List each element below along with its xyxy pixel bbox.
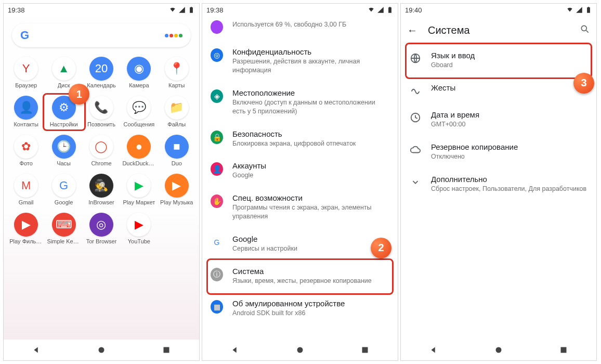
app-label: DuckDuckGo (122, 160, 155, 166)
status-icons (368, 6, 394, 14)
search-icon[interactable] (580, 24, 590, 37)
status-bar: 19:40 (401, 4, 596, 16)
settings-item[interactable]: ◈МестоположениеВключено (доступ к данным… (202, 82, 398, 123)
system-item-subtitle: Отключено (431, 152, 587, 161)
svg-point-2 (297, 347, 303, 353)
app-файлы[interactable]: 📁Файлы (159, 96, 195, 127)
nav-home-button[interactable] (96, 344, 107, 356)
battery-icon (585, 6, 592, 14)
app-play маркет[interactable]: ▶Play Маркет (121, 174, 157, 205)
clock: 19:38 (8, 6, 25, 14)
system-item[interactable]: Дата и времяGMT+00:00 (401, 103, 596, 136)
settings-item[interactable]: ✋Спец. возможностиПрограммы чтения с экр… (202, 187, 398, 228)
app-icon: 📞 (89, 96, 113, 120)
svg-point-0 (98, 347, 104, 353)
apps-grid: YБраузер▲Диск20Календарь◉Камера📍Карты👤Ко… (6, 57, 197, 244)
app-label: YouTube (128, 238, 150, 244)
app-фото[interactable]: ✿Фото (8, 135, 44, 166)
svg-rect-3 (362, 347, 368, 353)
app-часы[interactable]: 🕒Часы (45, 135, 82, 166)
app-браузер[interactable]: YБраузер (8, 57, 44, 88)
app-сообщения[interactable]: 💬Сообщения (121, 96, 157, 127)
app-label: Камера (129, 82, 149, 88)
system-item[interactable]: ДополнительноСброс настроек, Пользовател… (401, 168, 596, 200)
settings-item[interactable]: 👤АккаунтыGoogle (202, 154, 398, 187)
nav-recent-button[interactable] (558, 344, 569, 356)
back-button[interactable]: ← (407, 24, 417, 36)
nav-bar (202, 340, 398, 360)
app-камера[interactable]: ◉Камера (121, 57, 157, 88)
app-tor browser[interactable]: ◎Tor Browser (83, 213, 120, 244)
battery-icon (386, 6, 394, 14)
app-контакты[interactable]: 👤Контакты (8, 96, 44, 127)
app-label: Позвонить (87, 121, 115, 127)
app-icon: 👤 (14, 96, 38, 120)
settings-item-icon: ◎ (211, 48, 223, 62)
battery-icon (188, 6, 195, 14)
settings-item-subtitle: Android SDK built for x86 (232, 309, 388, 318)
system-item-title: Дополнительно (431, 175, 587, 184)
app-google[interactable]: GGoogle (45, 174, 82, 205)
app-label: Диск (58, 82, 70, 88)
settings-item-icon (211, 20, 223, 34)
app-play музыка[interactable]: ▶Play Музыка (159, 174, 195, 205)
app-label: Часы (57, 160, 71, 166)
assistant-icon[interactable] (165, 34, 182, 37)
app-chrome[interactable]: ◯Chrome (83, 135, 120, 166)
app-label: Файлы (167, 121, 186, 127)
app-icon: 📍 (165, 57, 189, 81)
settings-item[interactable]: ◎КонфиденциальностьРазрешения, действия … (202, 41, 398, 82)
step-marker-2: 2 (371, 238, 391, 258)
app-gmail[interactable]: MGmail (8, 174, 44, 205)
cloud-icon (409, 144, 422, 156)
settings-item[interactable]: ▦Об эмулированном устройствеAndroid SDK … (202, 292, 398, 324)
system-item[interactable]: Язык и вводGboard (401, 44, 596, 76)
app-icon: ■ (165, 135, 189, 159)
app-карты[interactable]: 📍Карты (159, 57, 195, 88)
settings-item-subtitle: Включено (доступ к данным о местоположен… (232, 98, 388, 116)
system-item[interactable]: Резервное копированиеОтключено (401, 136, 596, 168)
settings-item[interactable]: ⓘСистемаЯзыки, время, жесты, резервное к… (202, 260, 398, 292)
settings-item[interactable]: Используется 69 %, свободно 3,00 ГБ (202, 16, 398, 41)
settings-item[interactable]: 🔒БезопасностьБлокировка экрана, цифровой… (202, 123, 398, 155)
nav-bar (4, 340, 199, 360)
nav-home-button[interactable] (493, 344, 504, 356)
nav-recent-button[interactable] (161, 344, 172, 356)
nav-back-button[interactable] (31, 344, 42, 356)
nav-back-button[interactable] (428, 344, 439, 356)
nav-home-button[interactable] (294, 344, 306, 356)
app-duo[interactable]: ■Duo (159, 135, 195, 166)
app-youtube[interactable]: ▶YouTube (121, 213, 157, 244)
svg-point-8 (495, 347, 501, 353)
app-duckduckgo[interactable]: ●DuckDuckGo (121, 135, 157, 166)
nav-back-button[interactable] (229, 344, 241, 356)
status-bar: 19:38 (4, 4, 199, 16)
app-inbrowser[interactable]: 🕵InBrowser (83, 174, 120, 205)
app-label: Play Маркет (123, 199, 155, 205)
app-label: Simple Keyboard (47, 238, 81, 244)
app-label: Gmail (19, 199, 34, 205)
nav-recent-button[interactable] (359, 344, 371, 356)
wifi-icon (169, 6, 176, 14)
app-календарь[interactable]: 20Календарь (83, 57, 120, 88)
settings-item[interactable]: GGoogleСервисы и настройки (202, 228, 398, 260)
app-simple keyboard[interactable]: ⌨Simple Keyboard (45, 213, 82, 244)
nav-bar (401, 340, 596, 360)
app-icon: 20 (89, 57, 113, 81)
chevron-icon (409, 176, 422, 188)
app-icon: ▶ (127, 213, 151, 237)
google-search-bar[interactable]: G (12, 23, 191, 47)
app-play фильмы[interactable]: ▶Play Фильмы (8, 213, 44, 244)
settings-item-subtitle: Блокировка экрана, цифровой отпечаток (232, 139, 388, 148)
settings-item-icon: ⓘ (211, 268, 223, 281)
app-icon: ⌨ (52, 213, 76, 237)
settings-item-subtitle: Программы чтения с экрана, экран, элемен… (232, 203, 388, 221)
app-label: Google (55, 199, 73, 205)
system-item[interactable]: Жесты (401, 76, 596, 103)
app-label: Фото (20, 160, 33, 166)
settings-item-subtitle: Языки, время, жесты, резервное копирован… (232, 277, 388, 285)
settings-item-subtitle: Используется 69 %, свободно 3,00 ГБ (232, 20, 388, 29)
app-позвонить[interactable]: 📞Позвонить (83, 96, 120, 127)
app-label: Play Фильмы (9, 238, 43, 244)
settings-item-icon: G (211, 236, 223, 249)
